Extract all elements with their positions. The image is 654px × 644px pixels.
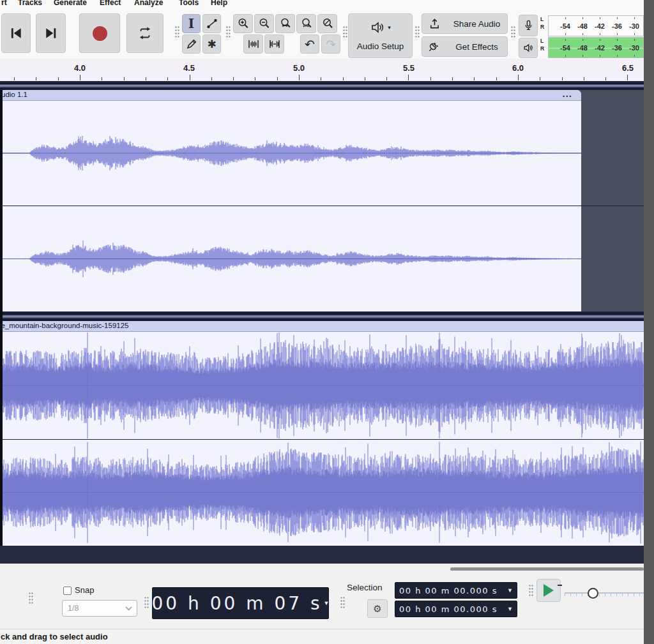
track-audio-1[interactable]: udio 1.1 ... bbox=[0, 90, 644, 311]
clip-title: udio 1.1 bbox=[1, 91, 27, 98]
toolbar-grip[interactable] bbox=[343, 26, 348, 38]
toolbar-grip[interactable] bbox=[511, 26, 516, 38]
silence-audio-button[interactable] bbox=[264, 34, 284, 54]
timeline-ruler[interactable]: 4.0 4.5 5.0 5.5 6.0 6.5 bbox=[0, 59, 644, 81]
speed-scale-mark bbox=[558, 585, 562, 586]
loop-icon bbox=[137, 25, 153, 41]
clip-header[interactable]: ne_mountain-background-music-159125 bbox=[0, 321, 644, 332]
snap-interval-value: 1/8 bbox=[68, 604, 79, 613]
meter-scale-label: -36 bbox=[612, 22, 622, 30]
get-effects-button[interactable]: Get Effects bbox=[422, 36, 508, 57]
menu-tracks[interactable]: Tracks bbox=[18, 0, 42, 7]
channel-separator bbox=[0, 206, 644, 206]
upload-icon bbox=[429, 18, 441, 30]
zoom-out-button[interactable] bbox=[254, 14, 274, 33]
dropdown-arrow-icon[interactable]: ▼ bbox=[507, 606, 513, 612]
menu-generate[interactable]: Generate bbox=[54, 0, 87, 7]
clip-title: ne_mountain-background-music-159125 bbox=[0, 322, 129, 329]
meter-scale-label: -48 bbox=[577, 22, 588, 30]
audio-position-display[interactable]: 00 h 00 m 07 s ▼ bbox=[152, 587, 329, 619]
clip-menu-icon[interactable]: ... bbox=[562, 90, 572, 99]
get-effects-label: Get Effects bbox=[455, 42, 498, 52]
share-audio-button[interactable]: Share Audio bbox=[422, 13, 508, 34]
zoom-toggle-button[interactable] bbox=[317, 14, 337, 33]
waveform bbox=[0, 206, 581, 311]
selection-start-value: 00 h 00 m 00.000 s bbox=[399, 586, 507, 595]
slider-knob[interactable] bbox=[588, 588, 598, 599]
record-meter-mic-button[interactable] bbox=[519, 15, 538, 36]
menu-analyze[interactable]: Analyze bbox=[134, 0, 163, 7]
fit-project-button[interactable] bbox=[296, 14, 316, 33]
gear-icon: ⚙ bbox=[373, 603, 381, 615]
skip-to-start-button[interactable] bbox=[1, 13, 31, 53]
track-divider bbox=[0, 81, 644, 90]
menu-transport[interactable]: rt bbox=[1, 0, 7, 7]
menu-help[interactable]: Help bbox=[211, 0, 227, 7]
multi-tool-icon: ✱ bbox=[207, 38, 216, 50]
toolbar-grip[interactable] bbox=[415, 26, 420, 38]
zoom-out-icon bbox=[258, 17, 271, 30]
play-meter-right-label: R bbox=[540, 46, 548, 51]
tracks-bottom-band bbox=[0, 546, 644, 564]
multi-tool-button[interactable]: ✱ bbox=[202, 34, 221, 54]
skip-to-end-button[interactable] bbox=[36, 13, 66, 53]
loop-button[interactable] bbox=[126, 13, 164, 53]
playback-meter[interactable]: -54 -48 -42 -36 -30 bbox=[548, 37, 644, 58]
clip-music[interactable]: ne_mountain-background-music-159125 bbox=[0, 321, 644, 546]
selection-start-field[interactable]: 00 h 00 m 00.000 s ▼ bbox=[395, 582, 517, 599]
zoom-in-icon bbox=[237, 17, 250, 30]
trim-audio-button[interactable] bbox=[243, 34, 263, 54]
top-toolbar: I ✱ bbox=[0, 8, 644, 59]
selection-end-field[interactable]: 00 h 00 m 00.000 s ▼ bbox=[395, 601, 517, 617]
envelope-tool-button[interactable] bbox=[202, 14, 221, 33]
ruler-label: 5.0 bbox=[293, 63, 305, 73]
dropdown-arrow-icon[interactable]: ▼ bbox=[507, 587, 513, 594]
track-music[interactable]: ne_mountain-background-music-159125 bbox=[0, 321, 644, 546]
track-panel-edge bbox=[0, 90, 3, 546]
undo-button[interactable]: ↶ bbox=[300, 34, 319, 54]
clip-header[interactable]: udio 1.1 ... bbox=[0, 90, 581, 101]
toolbar-grip[interactable] bbox=[175, 26, 180, 38]
menu-tools[interactable]: Tools bbox=[179, 0, 199, 7]
record-meter-right-label: R bbox=[540, 24, 548, 29]
selection-settings-button[interactable]: ⚙ bbox=[367, 599, 388, 618]
zoom-toggle-icon bbox=[321, 17, 334, 30]
draw-tool-button[interactable] bbox=[182, 34, 201, 54]
play-meter-left-label: L bbox=[540, 38, 548, 43]
snap-checkbox[interactable] bbox=[63, 587, 72, 595]
record-button[interactable] bbox=[79, 13, 120, 53]
chevron-down-icon: ▾ bbox=[388, 24, 391, 31]
toolbar-grip[interactable] bbox=[29, 592, 34, 604]
waveform bbox=[0, 439, 644, 546]
menu-effect[interactable]: Effect bbox=[100, 0, 121, 7]
meter-scale-label: -42 bbox=[595, 22, 605, 30]
ruler-label: 5.5 bbox=[403, 63, 414, 73]
track-divider bbox=[0, 311, 644, 321]
dropdown-arrow-icon[interactable]: ▼ bbox=[324, 600, 330, 606]
status-bar: ck and drag to select audio bbox=[0, 629, 644, 644]
selection-tool-button[interactable]: I bbox=[182, 14, 201, 33]
play-meter-speaker-button[interactable] bbox=[519, 38, 538, 58]
snap-interval-dropdown[interactable]: 1/8 bbox=[62, 600, 137, 617]
toolbar-grip[interactable] bbox=[529, 585, 534, 596]
plug-icon bbox=[429, 41, 441, 53]
horizontal-scrollbar-thumb[interactable] bbox=[450, 567, 644, 571]
zoom-selection-button[interactable] bbox=[275, 14, 295, 33]
audio-setup-button[interactable]: ▾ Audio Setup bbox=[348, 13, 413, 58]
toolbar-grip[interactable] bbox=[340, 597, 346, 608]
toolbar-grip[interactable] bbox=[226, 26, 231, 38]
play-speed-slider[interactable] bbox=[565, 587, 644, 601]
zoom-in-button[interactable] bbox=[233, 14, 253, 33]
redo-button[interactable]: ↷ bbox=[321, 34, 340, 54]
speaker-icon bbox=[370, 20, 385, 34]
chevron-down-icon bbox=[125, 606, 132, 611]
play-at-speed-button[interactable] bbox=[536, 579, 561, 602]
play-icon bbox=[544, 584, 554, 597]
audio-setup-label: Audio Setup bbox=[357, 41, 404, 51]
recording-meter[interactable]: -54 -48 -42 -36 -30 bbox=[548, 15, 644, 36]
silence-audio-icon bbox=[268, 38, 282, 50]
envelope-tool-icon bbox=[206, 17, 218, 30]
toolbar-grip[interactable] bbox=[144, 597, 149, 608]
clip-audio-1[interactable]: udio 1.1 ... bbox=[0, 90, 581, 311]
waveform bbox=[0, 332, 644, 439]
